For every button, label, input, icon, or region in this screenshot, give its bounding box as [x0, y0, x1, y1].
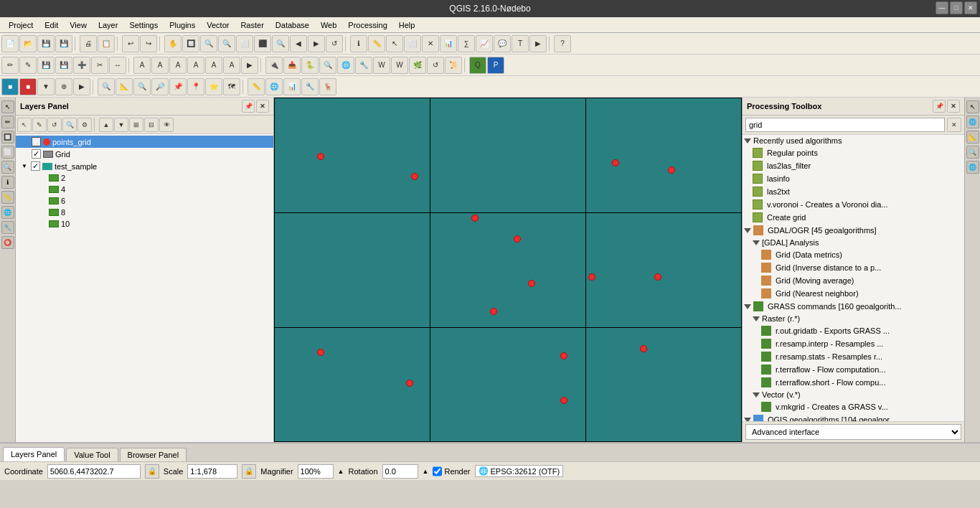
script-btn[interactable]: 📜: [445, 57, 462, 74]
minimize-button[interactable]: —: [936, 1, 948, 14]
close-button[interactable]: ✕: [964, 1, 977, 14]
measure-btn[interactable]: 📏: [368, 35, 385, 52]
left-icon-4[interactable]: ⬜: [1, 146, 14, 159]
layers-down-btn[interactable]: ▼: [114, 118, 128, 132]
right-icon-1[interactable]: ↖: [966, 100, 979, 113]
menu-view[interactable]: View: [64, 19, 93, 31]
qgis-logo-btn[interactable]: Q: [469, 57, 486, 74]
left-icon-3[interactable]: 🔲: [1, 131, 14, 144]
db-import-btn[interactable]: 📥: [283, 57, 301, 74]
layer-tool15-btn[interactable]: 🌐: [265, 78, 283, 95]
menu-processing[interactable]: Processing: [342, 19, 392, 31]
tree-grid-nearest[interactable]: Grid (Nearest neighbor): [743, 287, 964, 300]
move-btn[interactable]: ↔: [109, 57, 126, 74]
field-calc-btn[interactable]: ∑: [458, 35, 475, 52]
label-f-btn[interactable]: A: [223, 57, 240, 74]
layer-tool12-btn[interactable]: ⭐: [205, 78, 222, 95]
tree-grid-data-metrics[interactable]: Grid (Data metrics): [743, 248, 964, 261]
layers-pin-btn[interactable]: 📌: [242, 100, 255, 113]
tree-grid-inverse[interactable]: Grid (Inverse distance to a p...: [743, 261, 964, 274]
edit2-btn[interactable]: ✎: [19, 57, 37, 74]
left-icon-6[interactable]: ℹ: [1, 176, 14, 189]
tab-value-tool[interactable]: Value Tool: [66, 448, 118, 461]
layer-tool6-btn[interactable]: 🔍: [98, 78, 115, 95]
layers-refresh-btn[interactable]: ↺: [47, 118, 62, 132]
tree-vvoronoi[interactable]: v.voronoi - Creates a Voronoi dia...: [743, 198, 964, 211]
label-d-btn[interactable]: A: [187, 57, 204, 74]
tree-grass-commands[interactable]: GRASS commands [160 geoalgorith...: [743, 300, 964, 313]
layer-tool17-btn[interactable]: 🔧: [301, 78, 319, 95]
render-checkbox[interactable]: [433, 464, 442, 479]
menu-vector[interactable]: Vector: [201, 19, 235, 31]
left-icon-5[interactable]: 🔍: [1, 161, 14, 174]
layer-tool9-btn[interactable]: 🔎: [151, 78, 169, 95]
identify-btn[interactable]: ℹ: [350, 35, 367, 52]
menu-settings[interactable]: Settings: [123, 19, 164, 31]
history-btn[interactable]: ↺: [427, 57, 444, 74]
layers-edit-btn[interactable]: ✎: [32, 118, 47, 132]
layers-add-btn[interactable]: ↖: [17, 118, 32, 132]
tree-vector-v[interactable]: Vector (v.*): [743, 389, 964, 400]
save-project-btn[interactable]: 💾: [37, 35, 55, 52]
tree-create-grid[interactable]: Create grid: [743, 211, 964, 224]
layer-tool4-btn[interactable]: ⊕: [55, 78, 72, 95]
select-btn[interactable]: ↖: [386, 35, 403, 52]
zoom-select-btn[interactable]: 🔍: [272, 35, 289, 52]
menu-plugins[interactable]: Plugins: [164, 19, 201, 31]
undo-btn[interactable]: ↩: [122, 35, 139, 52]
zoom-out-btn[interactable]: 🔍: [218, 35, 235, 52]
search-input[interactable]: [745, 118, 945, 132]
layer-item-val2[interactable]: 2: [16, 172, 273, 184]
wkt2-btn[interactable]: W: [391, 57, 408, 74]
tree-r-out-gridatb[interactable]: r.out.gridatb - Exports GRASS ...: [743, 324, 964, 337]
browser-btn[interactable]: 🌐: [337, 57, 354, 74]
menu-raster[interactable]: Raster: [235, 19, 269, 31]
tree-grid-moving[interactable]: Grid (Moving average): [743, 274, 964, 287]
layer-check-test-sample[interactable]: ✓: [31, 161, 40, 171]
layer-item-val8[interactable]: 8: [16, 207, 273, 218]
print-btn[interactable]: 🖨: [80, 35, 97, 52]
digitize-btn[interactable]: ✂: [91, 57, 108, 74]
tree-las2txt[interactable]: las2txt: [743, 185, 964, 198]
layer-item-val6[interactable]: 6: [16, 195, 273, 207]
layer-item-grid[interactable]: ✓ Grid: [16, 148, 273, 160]
label-a-btn[interactable]: A: [133, 57, 151, 74]
coordinate-input[interactable]: [47, 464, 141, 479]
layers-collapse-btn[interactable]: ⊟: [144, 118, 159, 132]
left-icon-10[interactable]: ⭕: [1, 236, 14, 249]
left-icon-2[interactable]: ✏: [1, 116, 14, 128]
coordinate-lock-btn[interactable]: 🔒: [145, 464, 159, 479]
more2-btn[interactable]: ▶: [241, 57, 258, 74]
tree-r-terraflow[interactable]: r.terraflow - Flow computation...: [743, 363, 964, 376]
wkt-btn[interactable]: W: [373, 57, 390, 74]
tab-layers-panel[interactable]: Layers Panel: [3, 447, 65, 461]
scale-lock-btn[interactable]: 🔒: [242, 464, 256, 479]
print2-btn[interactable]: 📋: [98, 35, 115, 52]
open-project-btn[interactable]: 📂: [19, 35, 37, 52]
refresh-btn[interactable]: ↺: [326, 35, 343, 52]
layers-expand-btn[interactable]: ⊞: [129, 118, 143, 132]
stats-btn[interactable]: 📈: [476, 35, 493, 52]
layer-tool14-btn[interactable]: 📏: [248, 78, 265, 95]
layer-tool18-btn[interactable]: 🦌: [319, 78, 336, 95]
left-icon-1[interactable]: ↖: [1, 100, 14, 113]
layer-check-grid[interactable]: ✓: [32, 149, 41, 159]
right-icon-2[interactable]: 🌐: [966, 116, 979, 128]
menu-project[interactable]: Project: [3, 19, 39, 31]
label-e-btn[interactable]: A: [205, 57, 222, 74]
zoom-prev-btn[interactable]: ◀: [290, 35, 307, 52]
tab-browser-panel[interactable]: Browser Panel: [120, 448, 187, 461]
tree-las2las-filter[interactable]: las2las_filter: [743, 159, 964, 172]
scale-input[interactable]: [187, 464, 237, 479]
pan-btn[interactable]: ✋: [164, 35, 182, 52]
tree-qgis-geoalgorithms[interactable]: QGIS geoalgorithms [104 geoalgor...: [743, 413, 964, 421]
tree-regular-points[interactable]: Regular points: [743, 146, 964, 159]
menu-help[interactable]: Help: [393, 19, 421, 31]
tree-lasinfo[interactable]: lasinfo: [743, 172, 964, 185]
save-as-btn[interactable]: 💾: [55, 35, 72, 52]
layers-settings-btn[interactable]: ⚙: [77, 118, 92, 132]
tree-gdal-analysis[interactable]: [GDAL] Analysis: [743, 237, 964, 248]
layer-item-val4[interactable]: 4: [16, 184, 273, 195]
layers-filter-btn[interactable]: 🔍: [62, 118, 77, 132]
attr-table-btn[interactable]: 📊: [440, 35, 457, 52]
